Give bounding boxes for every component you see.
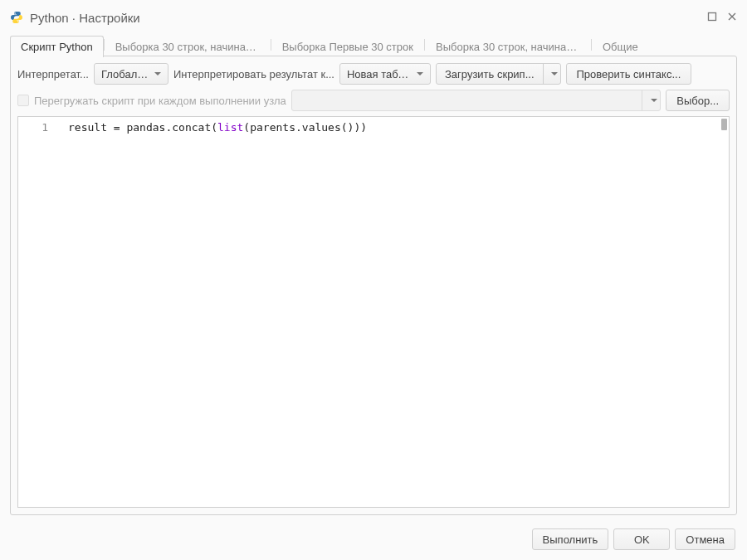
window-controls [707,12,737,23]
browse-button[interactable]: Выбор... [666,90,730,111]
reload-label: Перегружать скрипт при каждом выполнении… [34,95,286,107]
tab-sample-first[interactable]: Выборка Первые 30 строк [271,36,424,57]
script-path-dropdown[interactable] [642,90,660,110]
script-panel: Интерпретат... Глобальн... Интерпретиров… [10,56,737,515]
result-label: Интерпретировать результат к... [173,68,334,80]
maximize-icon[interactable] [707,12,717,23]
script-path-combo[interactable] [291,90,661,111]
scrollbar-thumb[interactable] [721,119,727,130]
ok-button[interactable]: OK [613,528,670,550]
load-script-dropdown[interactable] [544,64,560,84]
code-line-1: result = pandas.concat(list(parents.valu… [68,121,367,134]
python-icon [10,11,23,24]
settings-window: Python · Настройки Скрипт Python Выборка… [3,3,744,557]
close-icon[interactable] [727,12,737,23]
window-title: Python · Настройки [30,11,140,25]
load-script-button[interactable]: Загрузить скрип... [436,63,561,85]
chevron-down-icon [551,72,558,75]
line-number: 1 [27,120,48,135]
tab-sample-2[interactable]: Выборка 30 строк, начиная... [425,36,591,57]
tab-bar: Скрипт Python Выборка 30 строк, начиная.… [10,33,737,56]
code-editor[interactable]: 1 result = pandas.concat(list(parents.va… [17,116,730,508]
toolbar-row-1: Интерпретат... Глобальн... Интерпретиров… [17,63,730,85]
interpreter-dropdown[interactable]: Глобальн... [94,63,168,85]
reload-checkbox[interactable] [17,95,29,106]
chevron-down-icon [154,72,161,75]
chevron-down-icon [651,99,657,102]
result-dropdown[interactable]: Новая табли... [339,63,431,85]
chevron-down-icon [417,72,423,75]
result-value: Новая табли... [347,68,412,80]
load-script-label: Загрузить скрип... [437,64,544,84]
toolbar-row-2: Перегружать скрипт при каждом выполнении… [17,90,730,111]
svg-rect-0 [709,13,716,21]
dialog-footer: Выполнить OK Отмена [3,522,744,557]
tab-sample-1[interactable]: Выборка 30 строк, начиная... [105,36,271,57]
interpreter-value: Глобальн... [101,68,149,80]
check-syntax-button[interactable]: Проверить синтакс... [566,63,692,85]
editor-gutter: 1 [18,117,56,507]
interpreter-label: Интерпретат... [17,68,89,80]
tab-general[interactable]: Общие [592,36,649,57]
execute-button[interactable]: Выполнить [532,528,609,550]
editor-code[interactable]: result = pandas.concat(list(parents.valu… [56,117,729,507]
tab-script[interactable]: Скрипт Python [10,36,104,57]
content-area: Скрипт Python Выборка 30 строк, начиная.… [10,33,737,515]
cancel-button[interactable]: Отмена [675,528,735,550]
titlebar: Python · Настройки [3,3,744,32]
